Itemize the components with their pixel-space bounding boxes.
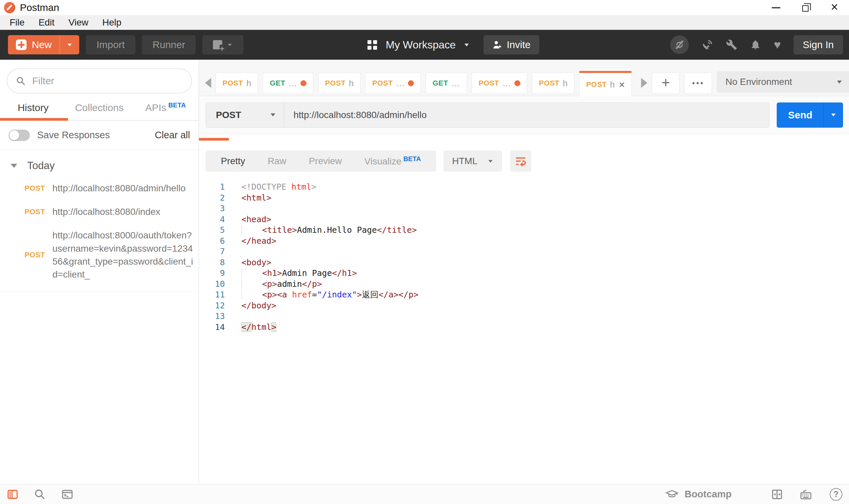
wrench-icon [726, 39, 737, 50]
save-responses-toggle[interactable] [8, 130, 30, 141]
send-options-button[interactable] [824, 103, 843, 128]
menu-item-edit[interactable]: Edit [32, 17, 61, 28]
tab-title: … [451, 78, 460, 89]
tab-title: h [563, 78, 567, 89]
new-tab-button[interactable]: + [652, 73, 680, 94]
console-button[interactable] [61, 488, 74, 501]
code-line: <p>admin</p> [241, 279, 418, 290]
import-button[interactable]: Import [86, 35, 135, 54]
chevron-down-icon [228, 44, 232, 46]
notifications-button[interactable] [750, 39, 761, 50]
filter-input[interactable] [32, 75, 183, 87]
code-line: <p><a href="/index">返回</a></p> [241, 289, 418, 301]
graduation-cap-icon [665, 488, 679, 501]
response-body-editor[interactable]: 1234567891011121314 <!DOCTYPE html><html… [199, 179, 849, 484]
heart-icon: ♥ [774, 39, 781, 51]
tab-method-label: POST [539, 79, 559, 88]
tab-options-button[interactable]: ••• [684, 73, 712, 94]
settings-wrench-button[interactable] [726, 39, 737, 50]
tabs-scroll-left-button[interactable] [200, 71, 216, 94]
help-icon: ? [830, 488, 842, 501]
new-dropdown-button[interactable] [60, 35, 79, 54]
runner-button[interactable]: Runner [142, 35, 196, 54]
tab-title: … [396, 78, 404, 89]
environment-select[interactable]: No Environment [717, 71, 849, 92]
menu-item-help[interactable]: Help [95, 17, 129, 28]
request-tab[interactable]: GET… [426, 73, 467, 94]
tab-method-label: POST [586, 80, 607, 89]
request-tab[interactable]: POSTh× [579, 71, 632, 96]
request-tab[interactable]: POSTh [532, 73, 574, 94]
tab-close-icon[interactable]: × [619, 79, 625, 90]
workspace-switcher[interactable]: My Workspace Invite [367, 35, 539, 54]
method-select[interactable]: POST [206, 103, 284, 127]
runner-label: Runner [152, 39, 185, 50]
new-button[interactable]: New [8, 35, 79, 54]
new-window-button[interactable] [202, 35, 243, 54]
favorites-button[interactable]: ♥ [774, 39, 781, 51]
import-label: Import [96, 39, 125, 50]
request-tab[interactable]: POST… [472, 73, 527, 94]
wrap-lines-button[interactable] [510, 150, 531, 172]
help-button[interactable]: ? [830, 488, 842, 501]
console-icon [61, 488, 74, 501]
response-format-select[interactable]: HTML [444, 150, 502, 172]
tab-apis[interactable]: APIsBETA [132, 102, 199, 120]
postman-logo-icon [4, 2, 15, 13]
code-line: </body> [241, 301, 418, 311]
url-input[interactable] [284, 110, 769, 120]
workspace-grid-icon [367, 40, 377, 50]
history-item-method: POST [24, 251, 43, 259]
code-line [241, 311, 418, 322]
tab-collections[interactable]: Collections [66, 102, 133, 120]
sync-disabled-button[interactable] [670, 35, 689, 54]
bootcamp-button[interactable]: Bootcamp [665, 488, 731, 501]
request-tab[interactable]: POST… [365, 73, 421, 94]
history-group-header[interactable]: Today [0, 150, 199, 176]
history-item[interactable]: POSThttp://localhost:8000/oauth/token?us… [0, 223, 199, 286]
invite-label: Invite [507, 39, 530, 50]
history-item-url: http://localhost:8000/oauth/token?userna… [52, 229, 195, 281]
view-tab-pretty[interactable]: Pretty [210, 156, 256, 166]
editor-gutter: 1234567891011121314 [199, 182, 234, 484]
send-button[interactable]: Send [777, 103, 843, 128]
search-icon [34, 488, 46, 500]
request-tab[interactable]: POSTh [318, 73, 361, 94]
view-tab-visualize[interactable]: VisualizeBETA [353, 155, 432, 167]
filter-box [7, 68, 192, 93]
tabs-scroll-right-button[interactable] [636, 71, 652, 94]
visualize-label: Visualize [364, 157, 402, 167]
view-tab-raw[interactable]: Raw [256, 156, 297, 166]
tab-history[interactable]: History [0, 102, 66, 120]
tab-method-label: POST [478, 79, 499, 88]
tab-method-label: GET [432, 79, 448, 88]
history-item[interactable]: POSThttp://localhost:8080/index [0, 200, 199, 223]
menu-item-file[interactable]: File [3, 17, 32, 28]
menu-item-view[interactable]: View [61, 17, 95, 28]
find-button[interactable] [34, 488, 46, 500]
clear-all-link[interactable]: Clear all [155, 130, 190, 141]
restore-button[interactable] [791, 0, 820, 15]
request-tab[interactable]: GET… [263, 73, 313, 94]
view-tab-preview[interactable]: Preview [297, 156, 353, 166]
close-button[interactable]: × [820, 0, 849, 15]
invite-button[interactable]: Invite [484, 35, 539, 54]
send-label: Send [777, 103, 824, 128]
keyboard-shortcuts-button[interactable] [799, 488, 813, 501]
satellite-icon [701, 39, 713, 51]
request-tab[interactable]: POSTh [216, 73, 258, 94]
two-pane-view-button[interactable] [771, 488, 783, 501]
line-number: 8 [199, 257, 225, 268]
tab-title: h [610, 79, 615, 90]
history-item[interactable]: POSThttp://localhost:8080/admin/hello [0, 176, 199, 200]
sign-in-button[interactable]: Sign In [794, 35, 843, 54]
api-network-button[interactable] [701, 39, 713, 51]
toggle-sidebar-button[interactable] [7, 488, 19, 500]
request-subtabs-strip [199, 134, 849, 143]
code-line: <title>Admin.Hello Page</title> [241, 225, 418, 236]
minimize-button[interactable] [761, 0, 791, 15]
tab-method-label: POST [325, 79, 346, 88]
sign-in-label: Sign In [803, 39, 834, 50]
chevron-down-icon [837, 80, 842, 84]
line-number: 11 [199, 289, 225, 301]
